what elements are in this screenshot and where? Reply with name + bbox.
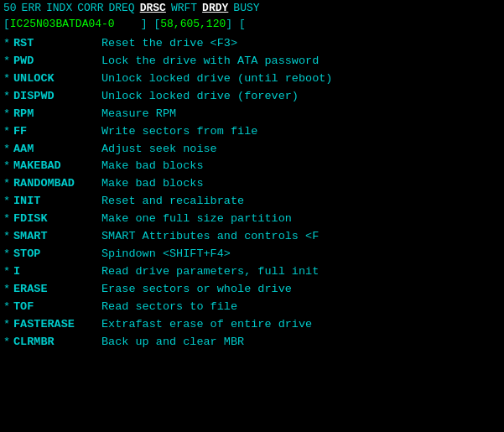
table-row: *FDISKMake one full size partition (3, 211, 501, 228)
command-name[interactable]: PWD (13, 53, 101, 70)
bullet-icon: * (3, 334, 13, 351)
table-row: *FFWrite sectors from file (3, 123, 501, 141)
coords-value: 58,605,120 (160, 18, 226, 30)
command-description: Make one full size partition (101, 211, 501, 228)
trailing-bracket: [ (232, 18, 246, 30)
command-name[interactable]: AAM (13, 141, 101, 159)
command-description: Unlock locked drive (until reboot) (101, 70, 501, 88)
bullet-icon: * (3, 316, 13, 334)
command-description: Lock the drive with ATA password (101, 53, 501, 70)
menu-item-dreq[interactable]: DREQ (108, 2, 134, 14)
table-row: *RANDOMBADMake bad blocks (3, 175, 501, 193)
command-description: Erase sectors or whole drive (101, 281, 501, 299)
device-id: IC25N03BATDA04-0 (10, 18, 115, 30)
bullet-icon: * (3, 141, 13, 159)
command-name[interactable]: RANDOMBAD (13, 175, 101, 193)
table-row: *DISPWDUnlock locked drive (forever) (3, 88, 501, 106)
command-description: Make bad blocks (101, 158, 501, 175)
command-name[interactable]: RPM (13, 106, 101, 123)
bullet-icon: * (3, 35, 13, 53)
table-row: *UNLOCKUnlock locked drive (until reboot… (3, 70, 501, 88)
menu-item-err[interactable]: ERR (22, 2, 41, 14)
command-description: Extrafast erase of entire drive (101, 316, 501, 334)
table-row: *MAKEBADMake bad blocks (3, 158, 501, 175)
command-name[interactable]: RST (13, 35, 101, 53)
terminal-window: 50 ERR INDX CORR DREQ DRSC WRFT DRDY BUS… (0, 0, 504, 432)
command-description: Adjust seek noise (101, 141, 501, 159)
bracket-close-2: ] (226, 18, 232, 30)
status-line: [ IC25N03BATDA04-0 ] [ 58,605,120 ] [ (0, 16, 504, 32)
table-row: *RSTReset the drive <F3> (3, 35, 501, 53)
bullet-icon: * (3, 299, 13, 316)
command-name[interactable]: FF (13, 123, 101, 141)
command-description: Measure RPM (101, 106, 501, 123)
command-name[interactable]: DISPWD (13, 88, 101, 106)
command-name[interactable]: I (13, 263, 101, 281)
table-row: *TOFRead sectors to file (3, 299, 501, 316)
bullet-icon: * (3, 211, 13, 228)
bullet-icon: * (3, 70, 13, 88)
command-description: Unlock locked drive (forever) (101, 88, 501, 106)
bullet-icon: * (3, 193, 13, 211)
bullet-icon: * (3, 53, 13, 70)
menu-item-wrft[interactable]: WRFT (171, 2, 197, 14)
menu-item-drsc[interactable]: DRSC (140, 2, 166, 14)
command-name[interactable]: ERASE (13, 281, 101, 299)
menu-bar: 50 ERR INDX CORR DREQ DRSC WRFT DRDY BUS… (0, 0, 504, 16)
command-description: Read sectors to file (101, 299, 501, 316)
menu-item-busy[interactable]: BUSY (233, 2, 259, 14)
bullet-icon: * (3, 175, 13, 193)
bullet-icon: * (3, 246, 13, 263)
command-name[interactable]: UNLOCK (13, 70, 101, 88)
menu-item-50[interactable]: 50 (3, 2, 17, 14)
table-row: *PWDLock the drive with ATA password (3, 53, 501, 70)
command-name[interactable]: SMART (13, 228, 101, 246)
table-row: *STOPSpindown <SHIFT+F4> (3, 246, 501, 263)
menu-item-indx[interactable]: INDX (46, 2, 72, 14)
table-row: *IRead drive parameters, full init (3, 263, 501, 281)
command-name[interactable]: FASTERASE (13, 316, 101, 334)
command-name[interactable]: FDISK (13, 211, 101, 228)
table-row: *CLRMBRBack up and clear MBR (3, 334, 501, 351)
menu-item-drdy[interactable]: DRDY (202, 2, 228, 14)
bullet-icon: * (3, 106, 13, 123)
bullet-icon: * (3, 158, 13, 175)
command-name[interactable]: INIT (13, 193, 101, 211)
command-name[interactable]: TOF (13, 299, 101, 316)
table-row: *FASTERASEExtrafast erase of entire driv… (3, 316, 501, 334)
bullet-icon: * (3, 88, 13, 106)
bullet-icon: * (3, 228, 13, 246)
table-row: *AAMAdjust seek noise (3, 141, 501, 159)
commands-list: *RSTReset the drive <F3>*PWDLock the dri… (0, 32, 504, 351)
bullet-icon: * (3, 123, 13, 141)
bracket-close-1: ] (115, 18, 148, 30)
bracket-open-2: [ (148, 18, 161, 30)
table-row: *SMARTSMART Attributes and controls <F (3, 228, 501, 246)
command-description: Write sectors from file (101, 123, 501, 141)
command-description: Read drive parameters, full init (101, 263, 501, 281)
command-description: SMART Attributes and controls <F (101, 228, 501, 246)
command-name[interactable]: MAKEBAD (13, 158, 101, 175)
bullet-icon: * (3, 281, 13, 299)
command-name[interactable]: STOP (13, 246, 101, 263)
command-name[interactable]: CLRMBR (13, 334, 101, 351)
menu-item-corr[interactable]: CORR (77, 2, 103, 14)
table-row: *INITReset and recalibrate (3, 193, 501, 211)
bracket-open-1: [ (3, 18, 10, 30)
command-description: Spindown <SHIFT+F4> (101, 246, 501, 263)
bullet-icon: * (3, 263, 13, 281)
command-description: Reset and recalibrate (101, 193, 501, 211)
table-row: *RPMMeasure RPM (3, 106, 501, 123)
command-description: Make bad blocks (101, 175, 501, 193)
command-description: Back up and clear MBR (101, 334, 501, 351)
command-description: Reset the drive <F3> (101, 35, 501, 53)
table-row: *ERASEErase sectors or whole drive (3, 281, 501, 299)
